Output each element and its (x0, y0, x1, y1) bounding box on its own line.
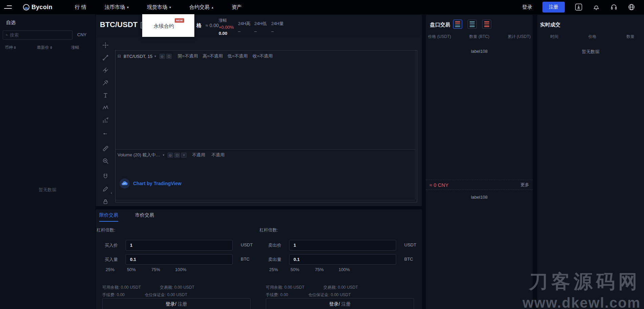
nav-item-fiat[interactable]: 法币市场▾ (105, 4, 129, 10)
tool-lock-icon[interactable] (100, 196, 110, 206)
buy-turnover: 交易额: 0.00 USDT (160, 285, 194, 290)
tool-zoom-in-icon[interactable] (100, 156, 110, 166)
download-app-icon[interactable] (575, 3, 582, 11)
column-price: 价格 (588, 34, 597, 40)
toolbar-collapse-handle[interactable]: ‹ (111, 190, 112, 195)
info-value: 0.00 USDT (338, 285, 358, 290)
tool-parallel-channel-icon[interactable] (100, 65, 110, 75)
login-text: 登录/ (166, 301, 176, 307)
volume-label[interactable]: Volume (20) 載入中… (117, 152, 160, 158)
buy-percent-25[interactable]: 25% (106, 267, 127, 272)
main-nav: 行 情 法币市场▾ 现货市场▾ 合约交易▴ 资产 (75, 4, 242, 10)
time-axis[interactable] (115, 200, 415, 200)
info-value: 0.00 USDT (167, 292, 187, 297)
buy-percent-75[interactable]: 75% (151, 267, 175, 272)
language-globe-icon[interactable] (628, 3, 635, 11)
tool-arrow-back-icon[interactable]: ← (100, 128, 110, 138)
nav-item-assets[interactable]: 资产 (232, 4, 242, 10)
tradingview-attribution[interactable]: Chart by TradingView (120, 178, 181, 189)
nav-item-spot[interactable]: 现货市场▾ (147, 4, 171, 10)
tool-crosshair-icon[interactable] (100, 40, 110, 50)
tool-forecast-icon[interactable] (100, 115, 110, 125)
sell-price-input[interactable] (289, 240, 396, 250)
ohlc-low: 低=不適用 (228, 53, 248, 59)
notification-bell-icon[interactable] (593, 3, 600, 11)
chart-legend: ⊟ BTC/USDT, 15 ▾ ◎ ⊡ 開=不適用 高=不適用 低=不適用 收… (117, 53, 273, 59)
info-label: 手续费: (266, 292, 279, 297)
view-asks-icon[interactable] (482, 20, 491, 29)
legend-eye-icon[interactable]: ◎ (159, 54, 165, 59)
tool-text-icon[interactable] (100, 90, 110, 100)
sell-amount-unit: BTC (404, 257, 413, 262)
sell-login-register-button[interactable]: 登录/ 注册 (266, 298, 414, 309)
brand-logo-icon (23, 4, 29, 10)
column-header-symbol[interactable]: 币种 (5, 45, 16, 50)
support-headset-icon[interactable] (610, 3, 618, 11)
change-value: 0.00 (219, 31, 234, 36)
sell-percent-75[interactable]: 75% (315, 267, 339, 272)
tool-pitchfork-icon[interactable] (100, 78, 110, 88)
trades-columns: 时间 价格 数量 (537, 34, 644, 40)
new-badge: NEW (175, 18, 184, 23)
brand-logo[interactable]: Bycoin (23, 4, 52, 11)
chevron-down-icon[interactable]: ▾ (163, 153, 165, 157)
column-header-last-price[interactable]: 最新价 (37, 45, 52, 50)
buy-form: 杠杆倍数: 买入价 USDT 买入量 BTC 25% 50% 75% 100% … (96, 209, 258, 309)
stat-label: 24H量 (271, 21, 284, 27)
chevron-down-icon[interactable]: ▾ (154, 54, 156, 58)
hamburger-menu-icon[interactable] (4, 5, 13, 9)
search-input[interactable] (10, 32, 69, 38)
stat-label: 24H低 (254, 21, 267, 27)
sell-percent-100[interactable]: 100% (339, 267, 350, 272)
drawing-toolbar: ← (98, 40, 113, 209)
buy-login-register-button[interactable]: 登录/ 注册 (102, 298, 251, 309)
sell-percent-50[interactable]: 50% (291, 267, 315, 272)
tool-xabcd-pattern-icon[interactable] (100, 103, 110, 113)
ohlc-close: 收=不適用 (253, 53, 273, 59)
legend-settings-icon[interactable]: ⊡ (166, 54, 172, 59)
volume-settings-icon[interactable]: ⊡ (174, 153, 180, 158)
sort-icon (50, 46, 52, 49)
column-header-change[interactable]: 涨幅 (71, 45, 79, 50)
menu-item-perpetual[interactable]: 永续合约 (154, 23, 174, 29)
register-button[interactable]: 注册 (542, 2, 565, 13)
tradingview-logo-icon (120, 178, 130, 189)
tool-magnet-icon[interactable] (100, 171, 110, 181)
more-link[interactable]: 更多 (520, 182, 529, 188)
column-time: 时间 (550, 34, 558, 40)
buy-margin: 仓位保证金: 0.00 USDT (145, 292, 187, 298)
chevron-up-icon: ▴ (212, 5, 213, 9)
change-percent: +0.00% (219, 25, 234, 30)
buy-price-input[interactable] (126, 240, 233, 250)
tool-trend-line-icon[interactable] (100, 52, 110, 63)
buy-percent-50[interactable]: 50% (127, 267, 151, 272)
search-icon (6, 33, 8, 37)
login-link[interactable]: 登录 (522, 4, 532, 10)
pane-divider[interactable] (115, 149, 415, 150)
topbar-right: 登录 注册 (522, 2, 644, 13)
volume-value: 不適用 (192, 152, 205, 158)
tool-ruler-icon[interactable] (100, 143, 110, 153)
sort-icon (14, 46, 16, 49)
sell-percent-25[interactable]: 25% (269, 267, 291, 272)
buy-amount-input[interactable] (126, 254, 233, 265)
pane-collapse-icon[interactable]: ⊟ (117, 54, 121, 59)
info-value: 0.00 (280, 292, 288, 297)
view-both-icon[interactable] (453, 20, 462, 29)
currency-selector[interactable]: CNY (77, 32, 86, 37)
price-chart[interactable]: ⊟ BTC/USDT, 15 ▾ ◎ ⊡ 開=不適用 高=不適用 低=不適用 收… (115, 50, 417, 202)
tab-favorites[interactable]: 自选 (6, 20, 16, 26)
column-label: 币种 (5, 45, 13, 50)
volume-eye-icon[interactable]: ◎ (168, 153, 173, 158)
price-axis[interactable] (415, 50, 415, 199)
tool-pencil-icon[interactable] (100, 184, 110, 194)
view-bids-icon[interactable] (468, 20, 477, 29)
sell-amount-input[interactable] (289, 254, 396, 265)
watchlist-panel: 自选 CNY 币种 最新价 涨幅 暂无数据 (0, 14, 95, 309)
buy-percent-100[interactable]: 100% (175, 267, 186, 272)
legend-symbol[interactable]: BTC/USDT, 15 (124, 54, 152, 59)
nav-item-market[interactable]: 行 情 (75, 4, 86, 10)
nav-item-contract[interactable]: 合约交易▴ (189, 4, 213, 10)
info-value: 0.00 USDT (121, 285, 141, 290)
volume-delete-icon[interactable]: × (181, 153, 187, 158)
